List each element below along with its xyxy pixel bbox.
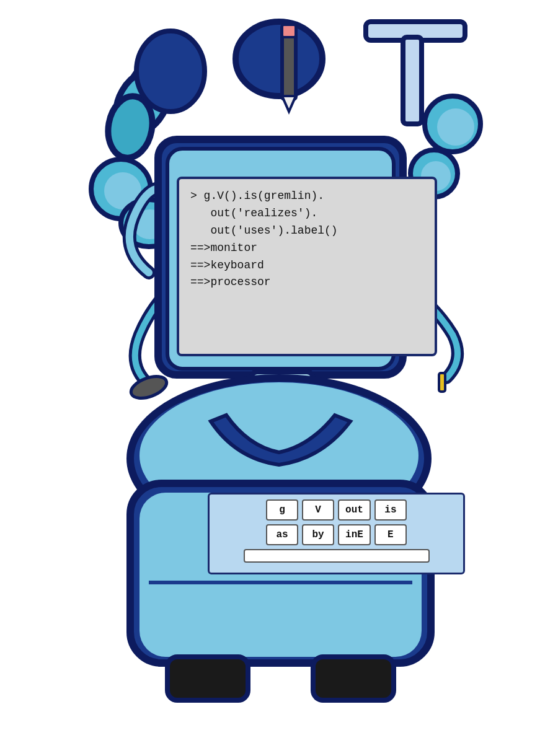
- key-by[interactable]: by: [302, 524, 334, 545]
- svg-point-4: [236, 22, 322, 96]
- code-line-5: ==>keyboard: [190, 257, 423, 275]
- key-spacebar[interactable]: [244, 549, 430, 563]
- svg-point-11: [437, 108, 474, 146]
- svg-rect-29: [167, 657, 248, 700]
- key-g[interactable]: g: [266, 499, 298, 521]
- keyboard-row-2: as by inE E: [216, 524, 457, 545]
- svg-rect-19: [439, 373, 445, 392]
- robot-svg: [68, 12, 490, 744]
- key-v[interactable]: V: [302, 499, 334, 521]
- code-screen: > g.V().is(gremlin). out('realizes'). ou…: [177, 177, 437, 356]
- svg-marker-6: [282, 96, 296, 112]
- main-scene: > g.V().is(gremlin). out('realizes'). ou…: [68, 12, 490, 744]
- keyboard-row-spacebar: [216, 549, 457, 563]
- keyboard-row-1: g V out is: [216, 499, 457, 521]
- code-line-1: > g.V().is(gremlin).: [190, 188, 423, 205]
- key-as[interactable]: as: [266, 524, 298, 545]
- code-line-3: out('uses').label(): [190, 222, 423, 240]
- key-is[interactable]: is: [374, 499, 407, 521]
- robot-illustration: > g.V().is(gremlin). out('realizes'). ou…: [68, 12, 490, 744]
- svg-rect-7: [282, 25, 296, 37]
- key-ine[interactable]: inE: [338, 524, 371, 545]
- code-line-4: ==>monitor: [190, 240, 423, 257]
- keyboard-panel: g V out is as by inE E: [208, 493, 465, 574]
- key-e[interactable]: E: [374, 524, 407, 545]
- code-line-2: out('realizes').: [190, 205, 423, 222]
- code-line-6: ==>processor: [190, 274, 423, 291]
- svg-point-3: [136, 31, 205, 112]
- svg-rect-9: [403, 37, 422, 124]
- svg-rect-30: [313, 657, 394, 700]
- key-out[interactable]: out: [338, 499, 371, 521]
